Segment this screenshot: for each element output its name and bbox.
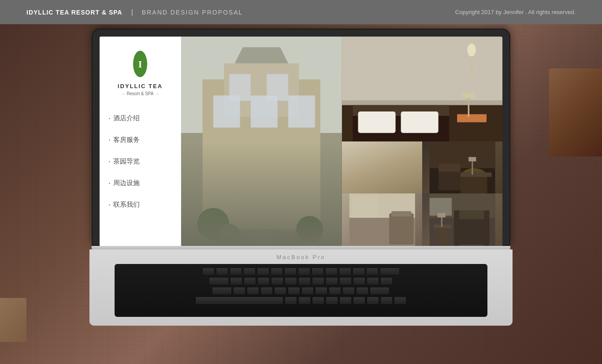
key[interactable] bbox=[312, 267, 324, 275]
key-caps[interactable] bbox=[212, 287, 232, 295]
key[interactable] bbox=[288, 287, 300, 295]
key[interactable] bbox=[353, 277, 365, 285]
svg-point-15 bbox=[296, 216, 323, 243]
nav-item-facilities[interactable]: 周边设施 bbox=[108, 178, 172, 188]
key[interactable] bbox=[356, 287, 368, 295]
key[interactable] bbox=[230, 267, 242, 275]
logo-leaf-icon: I bbox=[132, 50, 149, 78]
key[interactable] bbox=[325, 267, 338, 275]
svg-rect-62 bbox=[484, 210, 489, 246]
svg-rect-37 bbox=[351, 166, 357, 192]
key[interactable] bbox=[257, 277, 270, 285]
key-space[interactable] bbox=[195, 297, 283, 305]
building-photo bbox=[181, 37, 342, 246]
svg-rect-61 bbox=[454, 210, 459, 246]
key[interactable] bbox=[339, 277, 352, 285]
key-tab[interactable] bbox=[209, 277, 229, 285]
svg-rect-26 bbox=[401, 111, 438, 133]
svg-rect-25 bbox=[358, 111, 395, 133]
key[interactable] bbox=[326, 277, 338, 285]
header-bar: IDYLLIC TEA RESORT & SPA | BRAND DESIGN … bbox=[0, 0, 602, 24]
key[interactable] bbox=[366, 267, 379, 275]
chair-photo bbox=[422, 193, 502, 246]
logo-container: I IDYLLIC TEA Resort & SPA bbox=[118, 50, 163, 96]
nav-item-rooms[interactable]: 客房服务 bbox=[108, 135, 172, 145]
key[interactable] bbox=[285, 297, 297, 305]
laptop-screen: I IDYLLIC TEA Resort & SPA 酒店介绍 客房服务 茶园导… bbox=[100, 37, 502, 246]
key[interactable] bbox=[298, 267, 310, 275]
svg-rect-32 bbox=[349, 141, 415, 163]
header-brand: IDYLLIC TEA RESORT & SPA bbox=[26, 9, 123, 16]
svg-rect-30 bbox=[462, 93, 475, 98]
svg-rect-54 bbox=[389, 214, 413, 245]
key[interactable] bbox=[233, 287, 245, 295]
lounge-photo bbox=[342, 141, 422, 194]
svg-rect-33 bbox=[398, 146, 399, 182]
laptop-screen-bezel: I IDYLLIC TEA Resort & SPA 酒店介绍 客房服务 茶园导… bbox=[92, 29, 510, 246]
key-enter[interactable] bbox=[370, 287, 390, 295]
svg-rect-63 bbox=[434, 225, 451, 228]
svg-text:I: I bbox=[138, 59, 142, 70]
key[interactable] bbox=[301, 287, 314, 295]
svg-rect-66 bbox=[438, 213, 446, 218]
key[interactable] bbox=[260, 287, 273, 295]
key[interactable] bbox=[298, 297, 311, 305]
key[interactable] bbox=[243, 267, 256, 275]
key[interactable] bbox=[312, 297, 324, 305]
svg-point-12 bbox=[208, 229, 315, 246]
svg-rect-48 bbox=[472, 159, 473, 175]
key[interactable] bbox=[394, 297, 406, 305]
svg-rect-35 bbox=[351, 170, 409, 192]
key[interactable] bbox=[216, 267, 228, 275]
keyboard-area bbox=[115, 264, 487, 317]
key[interactable] bbox=[202, 267, 215, 275]
nav-item-contact[interactable]: 联系我们 bbox=[108, 200, 172, 209]
key[interactable] bbox=[380, 277, 393, 285]
key[interactable] bbox=[326, 297, 338, 305]
key[interactable] bbox=[380, 297, 393, 305]
key[interactable] bbox=[339, 267, 351, 275]
svg-rect-36 bbox=[351, 166, 409, 174]
key[interactable] bbox=[230, 277, 242, 285]
key[interactable] bbox=[315, 287, 327, 295]
key-backspace[interactable] bbox=[380, 267, 400, 275]
svg-rect-49 bbox=[468, 157, 476, 161]
key[interactable] bbox=[312, 277, 324, 285]
key[interactable] bbox=[367, 277, 379, 285]
svg-point-34 bbox=[392, 141, 405, 154]
key[interactable] bbox=[353, 297, 365, 305]
key[interactable] bbox=[274, 287, 286, 295]
key[interactable] bbox=[247, 287, 259, 295]
logo-text-sub: Resort & SPA bbox=[122, 91, 159, 96]
svg-rect-60 bbox=[454, 210, 490, 219]
key[interactable] bbox=[367, 297, 379, 305]
svg-point-14 bbox=[197, 208, 229, 240]
key[interactable] bbox=[329, 287, 341, 295]
key[interactable] bbox=[271, 277, 283, 285]
svg-rect-55 bbox=[391, 212, 411, 217]
laptop-brand-label: MacBook Pro bbox=[276, 254, 325, 260]
key[interactable] bbox=[342, 287, 355, 295]
svg-rect-40 bbox=[380, 167, 398, 180]
svg-rect-47 bbox=[438, 163, 461, 171]
key[interactable] bbox=[339, 297, 352, 305]
key[interactable] bbox=[284, 267, 297, 275]
svg-rect-28 bbox=[457, 114, 487, 122]
svg-rect-59 bbox=[454, 216, 490, 245]
svg-rect-29 bbox=[468, 96, 469, 117]
svg-rect-13 bbox=[251, 229, 272, 246]
key[interactable] bbox=[271, 267, 283, 275]
nav-item-tea[interactable]: 茶园导览 bbox=[108, 157, 172, 166]
key[interactable] bbox=[244, 277, 256, 285]
nav-item-hotel[interactable]: 酒店介绍 bbox=[108, 114, 172, 123]
header-copyright: Copyright 2017 by Jennifer . All rights … bbox=[455, 9, 576, 15]
key[interactable] bbox=[353, 267, 365, 275]
svg-rect-10 bbox=[229, 74, 251, 101]
svg-rect-17 bbox=[181, 245, 342, 246]
svg-rect-39 bbox=[358, 167, 375, 180]
key[interactable] bbox=[285, 277, 297, 285]
svg-rect-52 bbox=[351, 196, 378, 218]
key[interactable] bbox=[257, 267, 269, 275]
header-left: IDYLLIC TEA RESORT & SPA | BRAND DESIGN … bbox=[26, 8, 243, 16]
key[interactable] bbox=[298, 277, 311, 285]
